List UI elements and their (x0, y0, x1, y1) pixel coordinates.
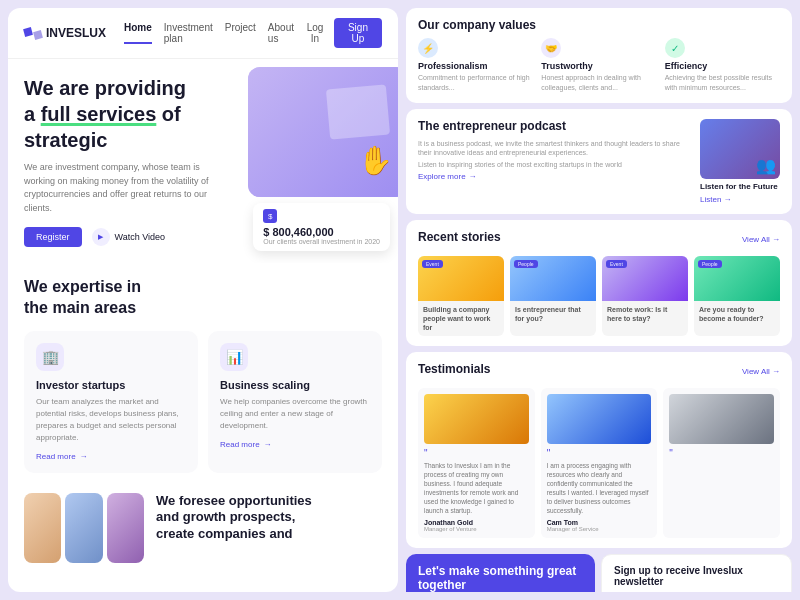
story-4-img: People (694, 256, 780, 301)
bottom-img-2 (65, 493, 102, 563)
story-1: Event Building a company people want to … (418, 256, 504, 336)
login-button[interactable]: Log In (304, 22, 326, 44)
testimonial-1: " Thanks to Inveslux I am in the process… (418, 388, 535, 539)
stat-icon: $ (263, 209, 277, 223)
watch-video-button[interactable]: ▶ Watch Video (92, 228, 166, 246)
cta-title: Let's make something great together (418, 564, 583, 592)
value-efficiency-desc: Achieving the best possible results with… (665, 73, 780, 93)
story-2-caption: Is entrepreneur that for you? (510, 301, 596, 327)
testimonial-1-text: Thanks to Inveslux I am in the process o… (424, 461, 529, 516)
card-investor-link[interactable]: Read more → (36, 452, 186, 461)
logo-icon (24, 28, 42, 39)
podcast-listen: Listen for the Future (700, 182, 780, 191)
expertise-section: We expertise in the main areas 🏢 Investo… (8, 263, 398, 481)
right-panel: Our company values ⚡ Professionalism Com… (406, 8, 792, 592)
hero-title: We are providing a full services of stra… (24, 75, 221, 153)
stat-label: Our clients overall investment in 2020 (263, 238, 380, 245)
story-4-badge: People (698, 260, 722, 268)
hero-image (248, 67, 398, 197)
bottom-img-3 (107, 493, 144, 563)
values-title: Our company values (418, 18, 780, 32)
story-3-badge: Event (606, 260, 627, 268)
bottom-text: We foresee opportunities and growth pros… (156, 493, 382, 556)
navigation: INVESLUX Home Investment plan Project Ab… (8, 8, 398, 59)
trustworthy-icon: 🤝 (541, 38, 561, 58)
values-card: Our company values ⚡ Professionalism Com… (406, 8, 792, 103)
podcast-listen-link[interactable]: Listen → (700, 195, 780, 204)
value-efficiency-name: Efficiency (665, 61, 780, 71)
bottom-title: We foresee opportunities and growth pros… (156, 493, 382, 544)
quote-icon-1: " (424, 448, 529, 459)
register-button[interactable]: Register (24, 227, 82, 247)
nav-project[interactable]: Project (225, 22, 256, 44)
expertise-cards: 🏢 Investor startups Our team analyzes th… (24, 331, 382, 473)
value-trustworthy-desc: Honest approach in dealing with colleagu… (541, 73, 656, 93)
story-2: People Is entrepreneur that for you? (510, 256, 596, 336)
logo[interactable]: INVESLUX (24, 26, 106, 40)
podcast-title: The entrepreneur podcast (418, 119, 692, 133)
testimonials-card: Testimonials View All → " Thanks to Inve… (406, 352, 792, 549)
value-professionalism: ⚡ Professionalism Commitment to performa… (418, 38, 533, 93)
nav-links: Home Investment plan Project About us (124, 22, 294, 44)
testimonials-view-all[interactable]: View All → (742, 367, 780, 376)
story-4: People Are you ready to become a founder… (694, 256, 780, 336)
testimonial-3: " (663, 388, 780, 539)
story-2-img: People (510, 256, 596, 301)
bottom-section: We foresee opportunities and growth pros… (8, 481, 398, 592)
investor-icon: 🏢 (36, 343, 64, 371)
podcast-content: The entrepreneur podcast It is a busines… (418, 119, 692, 204)
story-3: Event Remote work: Is it here to stay? (602, 256, 688, 336)
story-3-caption: Remote work: Is it here to stay? (602, 301, 688, 327)
hero-underline-text: full services (41, 103, 157, 125)
newsletter-title: Sign up to receive Inveslux newsletter (614, 565, 779, 587)
business-icon: 📊 (220, 343, 248, 371)
card-investor-title: Investor startups (36, 379, 186, 391)
left-panel: INVESLUX Home Investment plan Project Ab… (8, 8, 398, 592)
hero-image-placeholder (248, 67, 398, 197)
card-business: 📊 Business scaling We help companies ove… (208, 331, 382, 473)
efficiency-icon: ✓ (665, 38, 685, 58)
nav-investment[interactable]: Investment plan (164, 22, 213, 44)
card-investor: 🏢 Investor startups Our team analyzes th… (24, 331, 198, 473)
value-professionalism-desc: Commitment to performance of high standa… (418, 73, 533, 93)
podcast-image (700, 119, 780, 179)
stories-view-all[interactable]: View All → (742, 235, 780, 244)
signup-button[interactable]: Sign Up (334, 18, 382, 48)
story-1-badge: Event (422, 260, 443, 268)
stories-header: Recent stories View All → (418, 230, 780, 250)
card-business-desc: We help companies overcome the growth ce… (220, 396, 370, 432)
value-trustworthy-name: Trustworthy (541, 61, 656, 71)
hero-content: We are providing a full services of stra… (24, 75, 221, 247)
story-1-img: Event (418, 256, 504, 301)
bottom-img-1 (24, 493, 61, 563)
cta-card: Let's make something great together Regi… (406, 554, 595, 592)
podcast-sub: Listen to inspiring stories of the most … (418, 161, 692, 168)
explore-link[interactable]: Explore more → (418, 172, 692, 181)
testimonial-1-author: Jonathan Gold (424, 519, 529, 526)
nav-about[interactable]: About us (268, 22, 294, 44)
testimonial-2-img (547, 394, 652, 444)
stat-badge: $ $ 800,460,000 Our clients overall inve… (253, 203, 390, 251)
story-4-caption: Are you ready to become a founder? (694, 301, 780, 327)
value-efficiency: ✓ Efficiency Achieving the best possible… (665, 38, 780, 93)
bottom-images (24, 493, 144, 563)
expertise-title: We expertise in the main areas (24, 277, 382, 319)
play-icon: ▶ (92, 228, 110, 246)
story-3-img: Event (602, 256, 688, 301)
testimonials-header: Testimonials View All → (418, 362, 780, 382)
podcast-row: The entrepreneur podcast It is a busines… (418, 119, 780, 204)
card-business-link[interactable]: Read more → (220, 440, 370, 449)
hero-buttons: Register ▶ Watch Video (24, 227, 221, 247)
testimonial-2: " I am a process engaging with resources… (541, 388, 658, 539)
testimonial-1-img (424, 394, 529, 444)
podcast-card: The entrepreneur podcast It is a busines… (406, 109, 792, 214)
quote-icon-2: " (547, 448, 652, 459)
card-business-title: Business scaling (220, 379, 370, 391)
bottom-right: Let's make something great together Regi… (406, 554, 792, 592)
values-grid: ⚡ Professionalism Commitment to performa… (418, 38, 780, 93)
testimonial-1-role: Manager of Venture (424, 526, 529, 532)
hero-description: We are investment company, whose team is… (24, 161, 221, 215)
testimonial-2-role: Manager of Service (547, 526, 652, 532)
testimonial-2-text: I am a process engaging with resources w… (547, 461, 652, 516)
nav-home[interactable]: Home (124, 22, 152, 44)
